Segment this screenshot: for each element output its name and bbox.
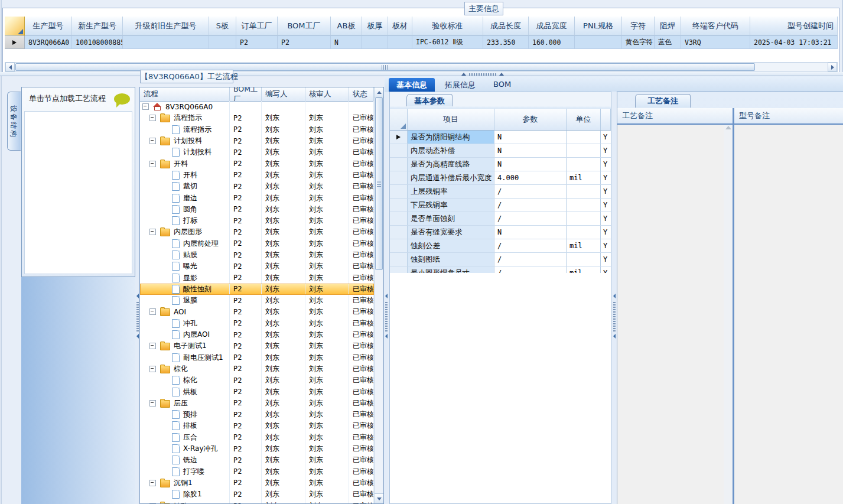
- column-header[interactable]: 阻焊: [655, 17, 681, 36]
- param-unit-cell[interactable]: mil: [567, 239, 601, 252]
- tab-process-notes[interactable]: 工艺备注: [635, 94, 691, 108]
- param-row[interactable]: 是否单面蚀刻/Y: [390, 212, 611, 226]
- expander-icon[interactable]: [149, 343, 156, 349]
- tree-column-header[interactable]: 编写人: [262, 87, 305, 101]
- column-header[interactable]: 成品长度: [483, 17, 529, 36]
- table-cell[interactable]: P2: [278, 36, 331, 49]
- tree-row[interactable]: 除胶1P2刘东刘东已审核: [140, 489, 374, 500]
- scroll-up-icon[interactable]: [725, 126, 731, 129]
- param-row[interactable]: 下层残铜率/Y: [390, 199, 611, 212]
- table-cell[interactable]: N: [331, 36, 362, 49]
- column-header[interactable]: 升级前旧生产型号: [123, 17, 209, 36]
- param-row[interactable]: 内层通道补偿后最小宽度4.000milY: [390, 171, 611, 185]
- tree-row[interactable]: 贴膜P2刘东刘东已审核: [140, 249, 374, 261]
- scroll-left-icon[interactable]: [5, 63, 15, 71]
- tree-row[interactable]: 流程指示P2刘东刘东已审核: [140, 112, 374, 123]
- column-header[interactable]: 板厚: [362, 17, 388, 36]
- tree-row[interactable]: 圆角P2刘东刘东已审核: [140, 204, 374, 215]
- tree-row[interactable]: 打标P2刘东刘东已审核: [140, 215, 374, 226]
- expander-icon[interactable]: [149, 480, 156, 486]
- param-value-cell[interactable]: N: [494, 131, 567, 144]
- table-cell[interactable]: [209, 36, 236, 49]
- splitter-left[interactable]: [135, 87, 139, 504]
- param-unit-cell[interactable]: [567, 158, 601, 171]
- param-value-cell[interactable]: /: [494, 253, 567, 266]
- tree-row[interactable]: 烘板P2刘东刘东已审核: [140, 386, 374, 397]
- collapse-left-icon[interactable]: [613, 334, 616, 339]
- expander-icon[interactable]: [149, 366, 156, 372]
- param-item-cell[interactable]: 蚀刻公差: [408, 239, 494, 252]
- table-cell[interactable]: 10010800088539: [72, 36, 123, 49]
- tree-row[interactable]: 预排P2刘东刘东已审核: [140, 409, 374, 420]
- tree-row[interactable]: 排板P2刘东刘东已审核: [140, 420, 374, 431]
- tree-row[interactable]: 开料P2刘东刘东已审核: [140, 158, 374, 169]
- collapse-left-icon[interactable]: [385, 294, 388, 298]
- tree-row[interactable]: 耐电压测试1P2刘东刘东已审核: [140, 352, 374, 363]
- tree-row[interactable]: 曝光P2刘东刘东已审核: [140, 261, 374, 272]
- tree-row[interactable]: 钻孔P2刘东刘东已审核: [140, 500, 374, 503]
- tree-row[interactable]: 开料P2刘东刘东已审核: [140, 170, 374, 181]
- tree-row[interactable]: 计划投料P2刘东刘东已审核: [140, 135, 374, 147]
- param-unit-cell[interactable]: [567, 185, 601, 198]
- scroll-up-icon[interactable]: [375, 87, 383, 97]
- column-header[interactable]: 验收标准: [412, 17, 483, 36]
- column-header[interactable]: 板材: [388, 17, 412, 36]
- tree-row[interactable]: 棕化P2刘东刘东已审核: [140, 375, 374, 386]
- table-cell[interactable]: [388, 36, 412, 49]
- param-unit-cell[interactable]: [567, 144, 601, 157]
- param-item-cell[interactable]: 是否为阴阳铜结构: [408, 131, 494, 144]
- table-cell[interactable]: P2: [236, 36, 278, 49]
- column-header[interactable]: BOM工厂: [278, 17, 331, 36]
- tree-row[interactable]: 铣边P2刘东刘东已审核: [140, 454, 374, 466]
- tree-row[interactable]: 流程指示P2刘东刘东已审核: [140, 124, 374, 135]
- tab-bom[interactable]: BOM: [486, 78, 519, 92]
- tree-row[interactable]: 显影P2刘东刘东已审核: [140, 272, 374, 283]
- tree-row[interactable]: 内层图形P2刘东刘东已审核: [140, 226, 374, 238]
- column-header[interactable]: 生产型号: [25, 17, 72, 36]
- table-cell[interactable]: 蓝色: [655, 36, 681, 49]
- param-value-cell[interactable]: /: [494, 239, 567, 252]
- table-cell[interactable]: 黄色字符: [622, 36, 655, 49]
- param-item-cell[interactable]: 上层残铜率: [408, 185, 494, 198]
- param-row[interactable]: 上层残铜率/Y: [390, 185, 611, 199]
- expander-icon[interactable]: [142, 103, 149, 110]
- column-header[interactable]: 成品宽度: [529, 17, 575, 36]
- tab-basic-info[interactable]: 基本信息: [389, 78, 435, 92]
- param-unit-cell[interactable]: [567, 212, 601, 225]
- param-row[interactable]: 是否有缝宽要求NY: [390, 226, 611, 239]
- tree-row[interactable]: AOIP2刘东刘东已审核: [140, 306, 374, 317]
- param-item-cell[interactable]: 内层动态补偿: [408, 144, 494, 157]
- splitter-grip[interactable]: [385, 301, 388, 331]
- tab-basic-params[interactable]: 基本参数: [406, 94, 453, 107]
- tree-row[interactable]: 裁切P2刘东刘东已审核: [140, 181, 374, 192]
- tree-row[interactable]: 沉铜1P2刘东刘东已审核: [140, 477, 374, 489]
- tab-extended-info[interactable]: 拓展信息: [437, 78, 483, 92]
- splitter-grip[interactable]: [613, 301, 616, 331]
- tree-row[interactable]: 压合P2刘东刘东已审核: [140, 432, 374, 443]
- tree-row[interactable]: 磨边P2刘东刘东已审核: [140, 192, 374, 203]
- collapse-left-icon[interactable]: [136, 334, 139, 339]
- expander-icon[interactable]: [149, 161, 156, 167]
- table-cell[interactable]: IPC-6012 Ⅱ级: [412, 36, 483, 49]
- param-item-cell[interactable]: 蚀刻图纸: [408, 253, 494, 266]
- param-unit-cell[interactable]: [567, 199, 601, 212]
- tree-column-header[interactable]: 状态: [349, 87, 374, 101]
- expander-icon[interactable]: [149, 503, 156, 503]
- main-info-data-row[interactable]: 8V3RQ066A010010800088539P2P2NIPC-6012 Ⅱ级…: [5, 36, 838, 49]
- param-value-cell[interactable]: N: [494, 158, 567, 171]
- param-column-header[interactable]: 单位: [567, 109, 601, 130]
- splitter-collapse-handle[interactable]: [613, 294, 616, 339]
- main-info-hscrollbar[interactable]: [5, 62, 838, 72]
- column-header[interactable]: S板: [209, 17, 236, 36]
- param-item-cell[interactable]: 下层残铜率: [408, 199, 494, 212]
- param-row[interactable]: 内层动态补偿NY: [390, 144, 611, 158]
- param-value-cell[interactable]: N: [494, 144, 567, 157]
- param-value-cell[interactable]: /: [494, 185, 567, 198]
- tree-vscrollbar[interactable]: [374, 87, 383, 503]
- column-header[interactable]: 字符: [622, 17, 655, 36]
- param-value-cell[interactable]: /: [494, 212, 567, 225]
- scroll-down-icon[interactable]: [375, 493, 383, 503]
- tree-row[interactable]: 电子测试1P2刘东刘东已审核: [140, 340, 374, 352]
- tree-column-header[interactable]: 流程: [140, 87, 230, 101]
- table-cell[interactable]: 160.000: [529, 36, 575, 49]
